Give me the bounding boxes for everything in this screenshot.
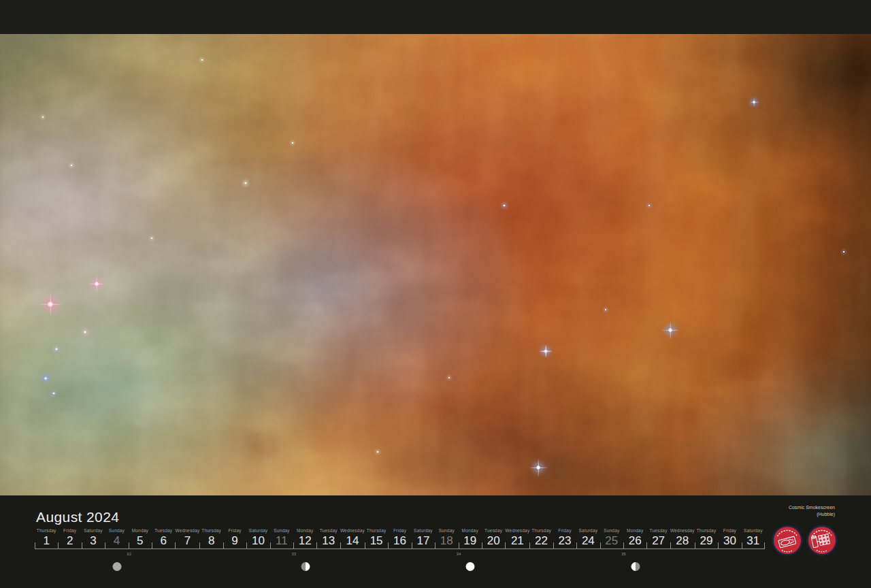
moon-phase-new-icon bbox=[113, 562, 122, 571]
star bbox=[151, 238, 153, 240]
star bbox=[448, 377, 450, 379]
calendar-markers-row: 32333435 bbox=[35, 549, 765, 578]
day-number: 25 bbox=[600, 534, 623, 547]
day-number: 8 bbox=[199, 534, 223, 547]
weekday-label: Friday bbox=[58, 528, 81, 533]
day-cell-11: Sunday11 bbox=[270, 528, 293, 549]
weekday-label: Friday bbox=[388, 528, 411, 533]
weekday-label: Saturday bbox=[576, 528, 599, 533]
star bbox=[503, 204, 506, 207]
weekday-label: Monday bbox=[459, 528, 482, 533]
weekday-label: Tuesday bbox=[482, 528, 505, 533]
moon-phase-full-icon bbox=[466, 562, 475, 571]
week-number: 34 bbox=[457, 552, 461, 556]
star bbox=[44, 377, 48, 380]
day-number: 17 bbox=[412, 534, 435, 547]
moon-phase-last-quarter-icon bbox=[631, 562, 640, 571]
day-cell-9: Friday9 bbox=[223, 528, 246, 549]
week-number: 33 bbox=[291, 552, 296, 556]
weekday-label: Thursday bbox=[35, 528, 58, 533]
day-number: 5 bbox=[129, 534, 152, 547]
photo-caption: Cosmic Smokescreen (Hubble) bbox=[789, 504, 835, 518]
nebula-photo bbox=[0, 34, 871, 495]
weekday-label: Sunday bbox=[435, 528, 458, 533]
day-number: 2 bbox=[58, 534, 81, 547]
weekday-label: Wednesday bbox=[175, 528, 199, 533]
weekday-label: Thursday bbox=[695, 528, 718, 533]
moon-phase-first-quarter-icon bbox=[301, 562, 310, 571]
weekday-label: Tuesday bbox=[646, 528, 670, 533]
star bbox=[84, 331, 86, 333]
week-number: 35 bbox=[621, 552, 626, 556]
weekday-label: Wednesday bbox=[670, 528, 695, 533]
day-number: 23 bbox=[553, 534, 576, 547]
star bbox=[668, 328, 673, 333]
day-cell-14: Wednesday14 bbox=[340, 528, 365, 549]
weekday-label: Wednesday bbox=[340, 528, 365, 533]
hubble-telescope-stamp-icon bbox=[772, 525, 803, 556]
day-number: 3 bbox=[82, 534, 105, 547]
star bbox=[753, 101, 756, 104]
day-number: 18 bbox=[435, 534, 458, 547]
day-cell-30: Friday30 bbox=[718, 528, 741, 549]
day-cell-31: Saturday31 bbox=[742, 528, 765, 549]
day-cell-10: Saturday10 bbox=[246, 528, 269, 549]
day-number: 9 bbox=[223, 534, 246, 547]
day-cell-3: Saturday3 bbox=[82, 528, 105, 549]
weekday-label: Saturday bbox=[246, 528, 269, 533]
star bbox=[55, 348, 58, 350]
day-cell-1: Thursday1 bbox=[35, 528, 58, 549]
calendar-footer: August 2024 Cosmic Smokescreen (Hubble) … bbox=[0, 495, 871, 588]
star bbox=[544, 349, 548, 353]
weekday-label: Monday bbox=[293, 528, 316, 533]
weekday-label: Thursday bbox=[365, 528, 388, 533]
day-number: 11 bbox=[270, 534, 293, 547]
photo-caption-line2: (Hubble) bbox=[789, 511, 835, 518]
star bbox=[201, 59, 203, 61]
star bbox=[42, 116, 44, 118]
day-number: 28 bbox=[670, 534, 695, 547]
day-number: 12 bbox=[293, 534, 316, 547]
weekday-label: Sunday bbox=[105, 528, 128, 533]
star bbox=[377, 451, 379, 453]
weekday-label: Saturday bbox=[412, 528, 435, 533]
day-number: 1 bbox=[35, 534, 58, 547]
day-cell-27: Tuesday27 bbox=[646, 528, 670, 549]
star bbox=[48, 301, 54, 308]
weekday-label: Monday bbox=[129, 528, 152, 533]
star bbox=[95, 282, 99, 287]
day-cell-28: Wednesday28 bbox=[670, 528, 695, 549]
day-cell-20: Tuesday20 bbox=[482, 528, 505, 549]
star bbox=[605, 309, 607, 311]
day-number: 22 bbox=[529, 534, 553, 547]
day-cell-18: Sunday18 bbox=[435, 528, 458, 549]
day-number: 13 bbox=[316, 534, 340, 547]
stars-layer bbox=[0, 34, 871, 495]
weekday-label: Tuesday bbox=[316, 528, 340, 533]
day-number: 4 bbox=[105, 534, 128, 547]
weekday-label: Tuesday bbox=[152, 528, 175, 533]
star bbox=[244, 182, 247, 184]
day-cell-6: Tuesday6 bbox=[152, 528, 175, 549]
week-number: 32 bbox=[127, 552, 131, 556]
weekday-label: Thursday bbox=[199, 528, 223, 533]
day-number: 26 bbox=[623, 534, 646, 547]
star bbox=[536, 466, 541, 470]
weekday-label: Monday bbox=[623, 528, 646, 533]
day-cell-2: Friday2 bbox=[58, 528, 81, 549]
day-number: 14 bbox=[340, 534, 365, 547]
weekday-label: Thursday bbox=[529, 528, 553, 533]
day-number: 24 bbox=[576, 534, 599, 547]
day-cell-5: Monday5 bbox=[129, 528, 152, 549]
weekday-label: Sunday bbox=[600, 528, 623, 533]
day-number: 29 bbox=[695, 534, 718, 547]
day-cell-23: Friday23 bbox=[553, 528, 576, 549]
day-cell-21: Wednesday21 bbox=[505, 528, 529, 549]
day-cell-24: Saturday24 bbox=[576, 528, 599, 549]
day-number: 21 bbox=[505, 534, 529, 547]
month-title: August 2024 bbox=[36, 509, 119, 525]
day-number: 10 bbox=[246, 534, 269, 547]
day-cell-22: Thursday22 bbox=[529, 528, 553, 549]
star bbox=[292, 142, 294, 144]
weekday-label: Saturday bbox=[82, 528, 105, 533]
